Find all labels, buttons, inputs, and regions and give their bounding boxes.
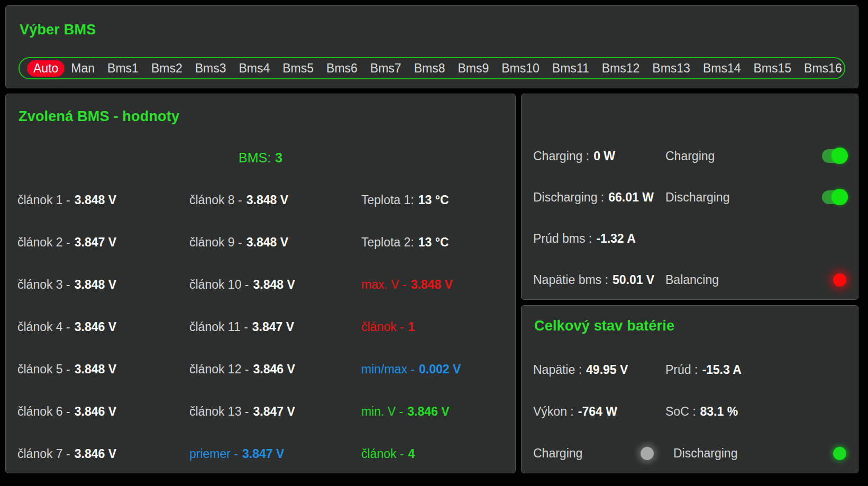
value-cell-label: článok - bbox=[361, 320, 404, 334]
tab-bms15[interactable]: Bms15 bbox=[747, 60, 798, 77]
value-cell-label: článok 3 - bbox=[17, 278, 70, 292]
value-cell-value: 3.846 V bbox=[407, 405, 449, 419]
bms-selector-panel: Výber BMS AutoManBms1Bms2Bms3Bms4Bms5Bms… bbox=[5, 5, 858, 88]
value-cell-value: 4 bbox=[408, 447, 415, 461]
charging-power-label: Charging : bbox=[533, 149, 589, 163]
tab-auto[interactable]: Auto bbox=[27, 60, 65, 77]
bms-number-label: BMS: bbox=[239, 150, 271, 166]
value-cell-label: článok 7 - bbox=[17, 447, 70, 461]
tab-bms2[interactable]: Bms2 bbox=[145, 60, 189, 77]
tab-bms8[interactable]: Bms8 bbox=[408, 60, 452, 77]
value-cell-value: 3.846 V bbox=[75, 320, 116, 334]
value-cell-label: článok 12 - bbox=[189, 362, 249, 377]
value-cell-r7-c2: priemer -3.847 V bbox=[189, 433, 361, 475]
value-cell-value: 3.848 V bbox=[246, 193, 288, 207]
bms-voltage-value: 50.01 V bbox=[613, 273, 654, 287]
battery-row-power-soc: Výkon :-764 W SoC :83.1 % bbox=[533, 391, 846, 433]
charging-power-value: 0 W bbox=[593, 149, 615, 163]
value-cell-value: 3.847 V bbox=[75, 235, 116, 250]
value-cell-label: článok 1 - bbox=[17, 193, 70, 207]
tab-bms3[interactable]: Bms3 bbox=[189, 60, 233, 77]
tab-bms11[interactable]: Bms11 bbox=[546, 60, 596, 77]
value-cell-r3-c2: článok 10 -3.848 V bbox=[189, 263, 361, 306]
value-cell-value: 3.846 V bbox=[253, 362, 295, 377]
tab-bms14[interactable]: Bms14 bbox=[697, 60, 747, 77]
value-cell-value: 1 bbox=[408, 320, 415, 334]
bms-current: Prúd bms :-1.32 A bbox=[533, 232, 665, 246]
charging-toggle[interactable] bbox=[822, 149, 846, 163]
value-cell-label: článok 11 - bbox=[189, 320, 248, 334]
value-cell-label: článok 13 - bbox=[189, 405, 249, 419]
value-cell-r4-c2: článok 11 -3.847 V bbox=[189, 306, 361, 348]
tab-bms10[interactable]: Bms10 bbox=[495, 60, 546, 77]
selected-bms-title: Zvolená BMS - hodnoty bbox=[19, 104, 179, 129]
tab-bms16[interactable]: Bms16 bbox=[798, 60, 848, 77]
tab-bms13[interactable]: Bms13 bbox=[646, 60, 697, 77]
battery-current-label: Prúd : bbox=[665, 363, 698, 377]
bms-current-row: Prúd bms :-1.32 A bbox=[533, 218, 846, 259]
tab-bms1[interactable]: Bms1 bbox=[101, 60, 145, 77]
value-cell-value: 3.848 V bbox=[246, 235, 288, 250]
charging-toggle-knob bbox=[832, 148, 848, 164]
tab-bms4[interactable]: Bms4 bbox=[232, 60, 276, 77]
battery-soc-value: 83.1 % bbox=[700, 405, 738, 418]
bms-number-value: 3 bbox=[275, 150, 282, 166]
value-cell-r2-c3: Teplota 2:13 °C bbox=[361, 221, 504, 263]
battery-charging-indicator-dot bbox=[641, 447, 654, 460]
value-cell-r1-c2: článok 8 -3.848 V bbox=[189, 179, 361, 221]
value-cell-r6-c3: min. V -3.846 V bbox=[361, 390, 504, 433]
battery-voltage-label: Napätie : bbox=[533, 363, 582, 377]
battery-row-indicators: Charging Discharging bbox=[533, 433, 846, 474]
tab-bms9[interactable]: Bms9 bbox=[451, 60, 495, 77]
bms-current-value: -1.32 A bbox=[596, 232, 636, 245]
value-cell-label: článok - bbox=[361, 447, 404, 461]
value-cell-label: článok 9 - bbox=[189, 235, 242, 250]
value-cell-r2-c1: článok 2 -3.847 V bbox=[17, 221, 189, 263]
value-cell-label: článok 8 - bbox=[189, 193, 242, 207]
value-cell-r5-c1: článok 5 -3.848 V bbox=[17, 348, 189, 390]
value-cell-r6-c1: článok 6 -3.846 V bbox=[17, 390, 189, 433]
discharging-toggle[interactable] bbox=[822, 190, 846, 204]
value-cell-label: článok 6 - bbox=[17, 405, 70, 419]
value-cell-value: 3.848 V bbox=[75, 362, 116, 377]
bms-voltage: Napätie bms :50.01 V bbox=[533, 273, 665, 287]
bms-status-panel: Charging :0 W Charging Discharging :66.0… bbox=[521, 94, 858, 300]
battery-voltage: Napätie :49.95 V bbox=[533, 363, 665, 377]
tab-bms7[interactable]: Bms7 bbox=[364, 60, 408, 77]
value-cell-r1-c1: článok 1 -3.848 V bbox=[17, 179, 189, 221]
charging-power-row: Charging :0 W Charging bbox=[533, 135, 846, 177]
value-cell-value: 13 °C bbox=[418, 193, 449, 207]
value-cell-value: 3.848 V bbox=[75, 278, 116, 292]
value-cell-label: max. V - bbox=[361, 278, 407, 292]
discharging-power-row: Discharging :66.01 W Discharging bbox=[533, 177, 846, 218]
value-cell-label: článok 2 - bbox=[17, 235, 70, 250]
battery-discharging-label: Discharging bbox=[673, 446, 827, 461]
balancing-indicator-dot bbox=[833, 273, 846, 287]
tab-bms5[interactable]: Bms5 bbox=[276, 60, 320, 77]
battery-soc-label: SoC : bbox=[665, 405, 696, 418]
discharging-toggle-knob bbox=[832, 189, 848, 205]
battery-power: Výkon :-764 W bbox=[533, 405, 665, 419]
value-cell-label: min/max - bbox=[361, 362, 415, 377]
value-cell-value: 0.002 V bbox=[419, 362, 461, 377]
cell-values-grid: BMS: 3 článok 1 -3.848 Včlánok 8 -3.848 … bbox=[6, 129, 515, 475]
value-cell-label: min. V - bbox=[361, 405, 403, 419]
value-cell-value: 3.847 V bbox=[242, 447, 284, 461]
value-cell-label: Teplota 1: bbox=[361, 193, 414, 207]
battery-state-title: Celkový stav batérie bbox=[534, 313, 674, 338]
battery-state-panel: Celkový stav batérie Napätie :49.95 V Pr… bbox=[521, 305, 858, 473]
balancing-label: Balancing bbox=[665, 273, 812, 287]
tab-bms6[interactable]: Bms6 bbox=[320, 60, 364, 77]
value-cell-r2-c2: článok 9 -3.848 V bbox=[189, 221, 361, 263]
tab-bms12[interactable]: Bms12 bbox=[596, 60, 646, 77]
selected-bms-number: BMS: 3 bbox=[17, 136, 504, 179]
battery-current-value: -15.3 A bbox=[702, 363, 742, 377]
value-cell-r3-c3: max. V -3.848 V bbox=[361, 263, 504, 306]
tab-man[interactable]: Man bbox=[65, 60, 101, 77]
bms-current-label: Prúd bms : bbox=[533, 232, 592, 245]
discharging-power-value: 66.01 W bbox=[608, 190, 654, 204]
value-cell-r7-c1: článok 7 -3.846 V bbox=[17, 433, 189, 475]
discharging-power-label: Discharging : bbox=[533, 190, 604, 204]
battery-charging-label: Charging bbox=[533, 446, 631, 461]
charging-power: Charging :0 W bbox=[533, 149, 665, 163]
